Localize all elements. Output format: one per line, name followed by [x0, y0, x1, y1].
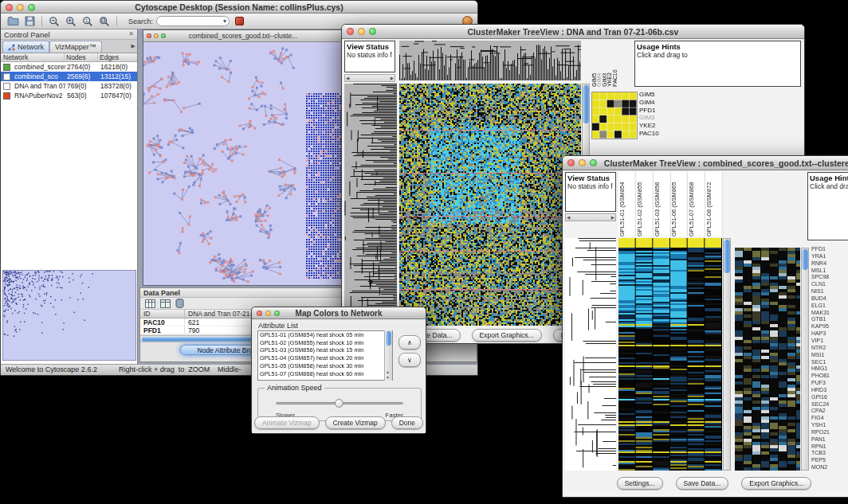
slider-thumb[interactable] — [335, 399, 344, 408]
scroll-right-icon[interactable]: ▶ — [611, 215, 614, 220]
network-view-canvas[interactable] — [143, 42, 343, 285]
gene-label: YRA1 — [811, 253, 848, 260]
close-button[interactable] — [347, 28, 354, 35]
tab-network[interactable]: Network — [2, 41, 49, 53]
treeview2-body: View Status No status info f ◀ ▶ GPL51-0… — [563, 170, 848, 497]
view-status-text: No status info f — [347, 51, 393, 59]
chevron-down-icon[interactable]: ▾ — [223, 17, 226, 26]
treeview-button[interactable]: Settings... — [617, 477, 663, 490]
cluster-thumbnail-heatmap[interactable] — [591, 92, 638, 139]
treeview1-titlebar[interactable]: ClusterMaker TreeView : DNA and Tran 07-… — [342, 25, 804, 39]
attribute-item[interactable]: GPL51-02 (GSM855) heat shock 10 min — [258, 339, 383, 347]
scroll-right-icon[interactable]: ▶ — [391, 76, 394, 80]
move-up-button[interactable]: ∧ — [398, 335, 421, 350]
scroll-left-icon[interactable]: ◀ — [346, 76, 349, 80]
status-hint-zoom: Right-click + drag to ZOOM — [119, 365, 210, 373]
attribute-item[interactable]: GPL51-07 (GSM868) heat shock 60 min — [258, 370, 383, 378]
scroll-down-icon[interactable]: ▼ — [386, 375, 390, 380]
row-dendrogram-canvas[interactable] — [344, 84, 397, 326]
zoom-button[interactable] — [590, 159, 597, 166]
minimize-button[interactable] — [154, 33, 159, 38]
vertical-scrollbar[interactable] — [801, 248, 809, 471]
close-icon[interactable]: ✕ — [128, 30, 134, 37]
attribute-item[interactable]: GPL51-01 (GSM854) heat shock 05 min — [258, 331, 383, 339]
close-button[interactable] — [6, 4, 13, 11]
gene-label: PEP5 — [811, 457, 848, 464]
minimize-button[interactable] — [17, 4, 24, 11]
cytoscape-titlebar[interactable]: Cytoscape Desktop (Session Name: collins… — [1, 1, 477, 14]
scroll-left-icon[interactable]: ◀ — [567, 215, 570, 220]
zoom-out-icon[interactable] — [47, 15, 61, 28]
dialog-titlebar[interactable]: Map Colors to Network — [252, 307, 426, 319]
dialog-title: Map Colors to Network — [296, 309, 383, 318]
network-tree-row-selected[interactable]: combined_sco 2569(6) 13112(15) — [1, 72, 137, 81]
animation-speed-slider[interactable] — [276, 399, 403, 407]
column-header[interactable]: Network — [1, 53, 65, 61]
network-view-titlebar[interactable]: combined_scores_good.txt--cluste... — [143, 30, 343, 42]
minimize-button[interactable] — [358, 28, 365, 35]
attribute-item[interactable]: GPL51-03 (GSM856) heat shock 15 min — [258, 346, 383, 354]
treeview-button[interactable]: Export Graphics... — [741, 477, 811, 490]
save-session-icon[interactable] — [22, 15, 37, 28]
horizontal-scrollbar[interactable]: ◀ ▶ — [344, 74, 395, 82]
dialog-button[interactable]: Create Vizmap — [325, 416, 386, 429]
network-overview-thumbnail[interactable] — [2, 270, 136, 361]
treeview2-titlebar[interactable]: ClusterMaker TreeView : combined_scores_… — [563, 156, 848, 170]
close-button[interactable] — [567, 159, 575, 166]
heatmap-canvas[interactable] — [618, 238, 722, 471]
scroll-up-icon[interactable]: ▲ — [386, 369, 390, 374]
attribute-matrix-icon[interactable] — [175, 299, 184, 308]
search-input[interactable]: ▾ — [156, 16, 230, 26]
network-tree-row[interactable]: DNA and Tran 07 769(0) 183728(0) — [1, 81, 137, 91]
scrollbar-thumb[interactable] — [386, 331, 391, 346]
tab-overflow-icon[interactable]: ▶ — [132, 43, 135, 49]
gene-label: YKE2 — [639, 122, 659, 130]
network-tree-row[interactable]: RNAPuberNov2 563(0) 107847(0) — [1, 91, 137, 100]
vertical-scrollbar[interactable]: ▲ ▼ — [384, 330, 392, 381]
column-header[interactable]: Edges — [98, 53, 137, 61]
window-title: ClusterMaker TreeView : DNA and Tran 07-… — [468, 27, 679, 37]
select-attributes-icon[interactable] — [145, 299, 155, 308]
network-view-window[interactable]: combined_scores_good.txt--cluste... — [143, 29, 344, 286]
network-name: RNAPuberNov2 — [12, 92, 65, 100]
close-button[interactable] — [147, 33, 151, 38]
cell-id: PFD1 — [140, 326, 185, 334]
usage-hints-panel: Usage Hints Click and drag to — [634, 41, 801, 87]
scrollbar-thumb[interactable] — [802, 249, 808, 270]
dialog-button[interactable]: Animate Vizmap — [254, 416, 320, 429]
dialog-button[interactable]: Done — [391, 416, 423, 429]
column-header[interactable]: Nodes — [65, 53, 98, 61]
zoom-fit-icon[interactable] — [97, 15, 112, 28]
scrollbar-thumb[interactable] — [583, 85, 589, 123]
vizmapper-icon[interactable] — [235, 17, 244, 25]
row-dendrogram-canvas[interactable] — [565, 238, 616, 471]
zoom-button[interactable] — [274, 311, 280, 316]
network-tree-row[interactable]: combined_scores 2764(0) 16218(0) — [1, 62, 137, 72]
zoom-selected-icon[interactable]: 1 — [80, 15, 95, 28]
gene-label: TCB3 — [811, 450, 848, 457]
treeview-button[interactable]: Save Data... — [676, 477, 729, 490]
open-session-icon[interactable] — [6, 15, 20, 28]
column-dendrogram-canvas[interactable] — [399, 41, 581, 80]
attribute-item[interactable]: GPL51-05 (GSM858) heat shock 30 min — [258, 362, 383, 370]
minimize-button[interactable] — [265, 311, 271, 316]
create-attribute-icon[interactable] — [160, 299, 171, 308]
column-header[interactable]: ID — [140, 310, 185, 318]
zoom-button[interactable] — [28, 4, 35, 11]
treeview-button[interactable]: Export Graphics... — [472, 329, 542, 342]
attribute-list[interactable]: GPL51-01 (GSM854) heat shock 05 minGPL51… — [257, 330, 393, 381]
minimize-button[interactable] — [579, 159, 586, 166]
close-button[interactable] — [257, 311, 262, 316]
zoom-button[interactable] — [369, 28, 376, 35]
scrollbar-thumb[interactable] — [724, 240, 730, 273]
move-down-button[interactable]: ∨ — [398, 353, 421, 367]
secondary-heatmap-canvas[interactable] — [735, 248, 800, 471]
horizontal-scrollbar[interactable]: ◀ ▶ — [565, 213, 616, 221]
vertical-scrollbar[interactable] — [723, 238, 731, 471]
gene-label: SEC1 — [811, 359, 848, 366]
zoom-in-icon[interactable] — [64, 15, 78, 28]
zoom-button[interactable] — [161, 33, 166, 38]
heatmap-canvas[interactable] — [399, 84, 581, 326]
attribute-item[interactable]: GPL51-04 (GSM857) heat shock 20 min — [258, 354, 383, 362]
tab-vizmapper[interactable]: VizMapper™ — [49, 41, 102, 53]
